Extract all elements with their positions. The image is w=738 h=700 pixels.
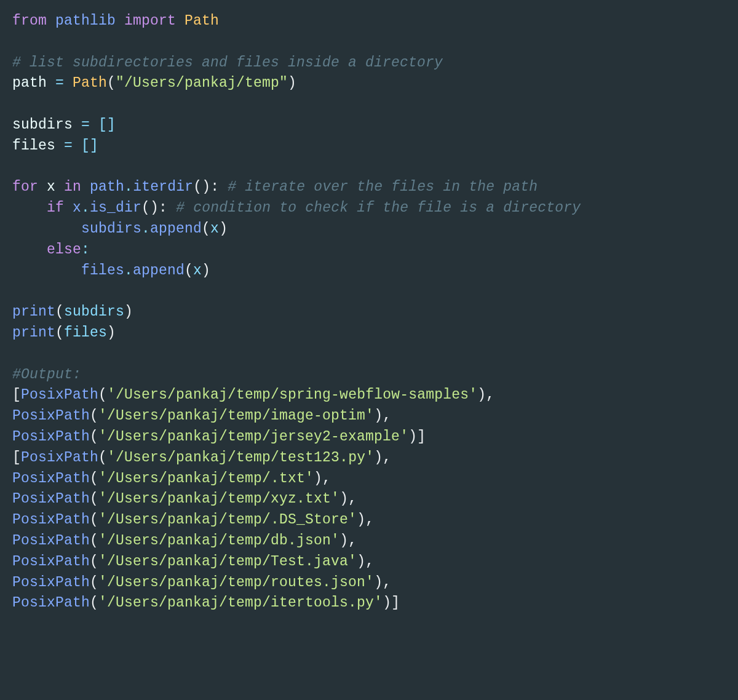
cls-posixpath: PosixPath [12, 471, 90, 487]
arg-subdirs: subdirs [64, 304, 124, 320]
paren-close-comma: ), [357, 554, 374, 570]
dot: . [141, 221, 150, 237]
fn-print: print [12, 325, 55, 341]
paren-close-comma: ), [339, 533, 357, 549]
string-literal: '/Users/pankaj/temp/xyz.txt' [98, 491, 339, 507]
paren-open: ( [98, 450, 107, 466]
paren-open: ( [90, 491, 98, 507]
paren-open: ( [202, 221, 210, 237]
paren-open: ( [90, 512, 98, 528]
cls-posixpath: PosixPath [12, 429, 90, 445]
paren-close: ) [219, 221, 228, 237]
var-files: files [12, 138, 55, 154]
paren-close: ) [288, 75, 296, 91]
arg-files: files [64, 325, 107, 341]
colon: : [81, 242, 90, 258]
module-pathlib: pathlib [55, 13, 116, 29]
paren-close-bracket: )] [408, 429, 426, 445]
comment-output: #Output: [12, 367, 81, 383]
string-literal: '/Users/pankaj/temp/test123.py' [107, 450, 374, 466]
paren-open: ( [184, 263, 193, 279]
cls-posixpath: PosixPath [12, 554, 90, 570]
string-literal: "/Users/pankaj/temp" [116, 75, 288, 91]
string-literal: '/Users/pankaj/temp/itertools.py' [98, 595, 383, 611]
paren-close-comma: ), [339, 491, 357, 507]
var-subdirs: subdirs [12, 117, 73, 133]
paren-open: ( [107, 75, 116, 91]
dot: . [124, 179, 133, 195]
code-editor[interactable]: from pathlib import Path # list subdirec… [0, 0, 738, 625]
string-literal: '/Users/pankaj/temp/image-optim' [98, 408, 374, 424]
bracket-open: [ [12, 387, 21, 403]
keyword-for: for [12, 179, 38, 195]
cls-posixpath: PosixPath [12, 408, 90, 424]
keyword-import: import [124, 13, 176, 29]
keyword-from: from [12, 13, 47, 29]
string-literal: '/Users/pankaj/temp/.txt' [98, 471, 314, 487]
paren-close: ) [107, 325, 116, 341]
paren-close: ) [202, 263, 210, 279]
cls-posixpath: PosixPath [12, 575, 90, 591]
paren-open: ( [90, 595, 98, 611]
keyword-else: else [47, 242, 81, 258]
paren-close-comma: ), [477, 387, 494, 403]
string-literal: '/Users/pankaj/temp/routes.json' [98, 575, 374, 591]
paren-open: ( [55, 325, 64, 341]
cls-posixpath: PosixPath [12, 512, 90, 528]
cls-posixpath: PosixPath [21, 450, 98, 466]
operator-assign: = [47, 75, 73, 91]
arg-x: x [193, 263, 202, 279]
var-x-ref: x [73, 200, 81, 216]
var-subdirs-ref: subdirs [81, 221, 141, 237]
fn-append: append [133, 263, 184, 279]
assign-empty-list: = [] [73, 117, 116, 133]
fn-print: print [12, 304, 55, 320]
paren-open: ( [55, 304, 64, 320]
indent [12, 263, 81, 279]
cls-posixpath: PosixPath [12, 491, 90, 507]
paren-open: ( [98, 387, 107, 403]
parens-colon: (): [193, 179, 219, 195]
keyword-in: in [64, 179, 81, 195]
paren-open: ( [90, 575, 98, 591]
string-literal: '/Users/pankaj/temp/.DS_Store' [98, 512, 357, 528]
paren-close-comma: ), [374, 575, 391, 591]
class-path: Path [184, 13, 219, 29]
fn-append: append [150, 221, 202, 237]
paren-close: ) [124, 304, 133, 320]
assign-empty-list: = [] [55, 138, 98, 154]
paren-close-bracket: )] [383, 595, 400, 611]
string-literal: '/Users/pankaj/temp/Test.java' [98, 554, 357, 570]
cls-posixpath: PosixPath [12, 533, 90, 549]
paren-open: ( [90, 554, 98, 570]
fn-isdir: is_dir [90, 200, 141, 216]
arg-x: x [210, 221, 219, 237]
paren-open: ( [90, 533, 98, 549]
keyword-if: if [47, 200, 64, 216]
string-literal: '/Users/pankaj/temp/jersey2-example' [98, 429, 408, 445]
comment: # list subdirectories and files inside a… [12, 55, 443, 71]
bracket-open: [ [12, 450, 21, 466]
indent [12, 200, 47, 216]
fn-iterdir: iterdir [133, 179, 193, 195]
cls-posixpath: PosixPath [21, 387, 98, 403]
var-files-ref: files [81, 263, 124, 279]
comment: # iterate over the files in the path [228, 179, 538, 195]
indent [12, 221, 81, 237]
class-path-call: Path [73, 75, 107, 91]
cls-posixpath: PosixPath [12, 595, 90, 611]
var-path-ref: path [90, 179, 124, 195]
string-literal: '/Users/pankaj/temp/db.json' [98, 533, 339, 549]
dot: . [81, 200, 90, 216]
paren-open: ( [90, 471, 98, 487]
paren-close-comma: ), [314, 471, 331, 487]
paren-close-comma: ), [374, 408, 391, 424]
dot: . [124, 263, 133, 279]
parens-colon: (): [141, 200, 167, 216]
paren-close-comma: ), [374, 450, 391, 466]
paren-open: ( [90, 408, 98, 424]
var-x: x [47, 179, 55, 195]
indent [12, 242, 47, 258]
comment: # condition to check if the file is a di… [176, 200, 581, 216]
paren-open: ( [90, 429, 98, 445]
